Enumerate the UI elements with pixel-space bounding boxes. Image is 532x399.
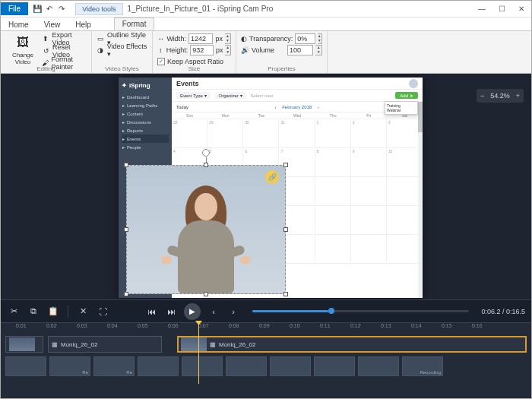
step-back-button[interactable]: ‹ [207,305,220,318]
transparency-spinner[interactable]: ▲▼ [318,33,322,44]
change-video-button[interactable]: 🖼 Change Video [5,33,40,68]
sidebar-item-content[interactable]: ▸Content [122,109,169,118]
next-frame-button[interactable]: ⏭ [164,305,178,318]
next-month-button[interactable]: › [318,105,319,109]
screen-track[interactable]: ReReRecording [1,355,531,378]
tab-view[interactable]: View [36,19,68,30]
scrollbar[interactable] [418,102,423,298]
save-icon[interactable]: 💾 [33,5,42,14]
step-forward-button[interactable]: › [226,305,240,318]
close-button[interactable]: ✕ [511,2,531,17]
calendar-cell[interactable] [387,177,423,206]
sidebar-item-learning-paths[interactable]: ▸Learning Paths [122,101,169,109]
playhead[interactable] [198,323,199,384]
track-thumbnail[interactable] [138,356,179,376]
keep-aspect-checkbox[interactable]: ✓ [157,58,165,65]
resize-handle-tr[interactable] [283,163,288,167]
calendar-cell[interactable] [315,235,351,264]
clip-a-label[interactable]: ▦ Moniq_26_02 [48,336,162,353]
resize-handle-br[interactable] [283,292,288,296]
prev-frame-button[interactable]: ⏮ [144,305,158,318]
transparency-input[interactable]: 0% [295,33,315,44]
calendar-cell[interactable]: 30 [243,119,279,148]
paste-button[interactable]: 📋 [46,305,60,318]
calendar-cell[interactable]: 1 [315,119,351,148]
tab-help[interactable]: Help [68,19,99,30]
calendar-cell[interactable]: 9 [351,148,387,177]
resize-handle-r[interactable] [283,227,288,232]
calendar-cell[interactable] [315,177,351,206]
video-track-1[interactable]: ▦ Moniq_26_02 ▦ Moniq_26_02 [1,334,531,355]
resize-handle-b[interactable] [204,292,208,296]
scroll-thumb[interactable] [418,102,423,132]
calendar-cell[interactable] [315,206,351,235]
track-thumbnail[interactable] [226,356,267,376]
resize-handle-bl[interactable] [124,292,128,296]
track-thumbnail[interactable]: Re [93,356,135,376]
calendar-cell[interactable]: 8 [315,148,351,177]
clip-b[interactable]: ▦ Moniq_26_02 [177,336,527,353]
organizer-filter[interactable]: Organizer ▾ [215,92,246,99]
calendar-cell[interactable]: 31 [279,119,315,148]
play-button[interactable]: ▶ [184,303,201,320]
calendar-cell[interactable] [351,235,387,264]
scrubber-knob[interactable] [328,308,334,314]
add-button[interactable]: Add ➤ Training Webinar [395,92,418,99]
sidebar-item-discussions[interactable]: ▸Discussions [122,118,169,126]
redo-icon[interactable]: ↷ [57,5,66,14]
track-thumbnail[interactable] [358,356,399,376]
prev-month-button[interactable]: ‹ [274,105,276,109]
calendar-cell[interactable] [351,177,387,206]
track-thumbnail[interactable]: Recording [402,356,443,376]
scrubber[interactable] [252,310,469,312]
zoom-out-button[interactable]: − [480,92,484,100]
width-spinner[interactable]: ▲▼ [225,33,231,44]
resize-handle-t[interactable] [204,163,208,167]
calendar-cell[interactable]: 10 [387,148,423,177]
calendar-cell[interactable] [351,206,387,235]
height-input[interactable]: 932 [190,45,214,55]
tab-home[interactable]: Home [1,19,36,30]
track-thumbnail[interactable] [182,356,223,376]
sidebar-item-events[interactable]: ▸Events [122,135,169,143]
dropdown-item-webinar[interactable]: Webinar [387,108,416,112]
copy-button[interactable]: ⧉ [27,305,40,318]
clip-a[interactable] [5,336,43,353]
resize-handle-l[interactable] [124,227,128,232]
delete-button[interactable]: ✕ [76,305,90,318]
sidebar-item-reports[interactable]: ▸Reports [122,126,169,135]
track-thumbnail[interactable]: Re [49,356,90,376]
zoom-in-button[interactable]: + [516,92,520,100]
tab-format[interactable]: Format [114,17,155,30]
contextual-tab-video-tools[interactable]: Video tools [75,3,122,15]
minimize-button[interactable]: — [472,2,492,17]
calendar-cell[interactable]: 28 [172,119,207,148]
pip-video-overlay[interactable]: 🔗 [126,165,286,294]
sidebar-item-dashboard[interactable]: ▸Dashboard [122,93,169,101]
today-button[interactable]: Today [176,105,188,109]
calendar-cell[interactable] [387,206,423,235]
calendar-cell[interactable] [387,235,423,264]
track-thumbnail[interactable] [270,356,311,376]
volume-input[interactable]: 100 [287,45,313,55]
rotate-handle[interactable] [202,149,210,157]
track-thumbnail[interactable] [5,356,46,376]
calendar-cell[interactable]: 29 [207,119,243,148]
file-tab[interactable]: File [1,2,28,15]
undo-icon[interactable]: ↶ [45,5,54,14]
volume-spinner[interactable]: ▲▼ [315,45,322,55]
calendar-cell[interactable]: 3 [387,119,423,148]
select-user-field[interactable]: Select user [251,93,274,98]
sidebar-item-people[interactable]: ▸People [122,143,169,151]
crop-button[interactable]: ⛶ [96,305,109,318]
maximize-button[interactable]: ☐ [492,2,511,17]
link-badge-icon[interactable]: 🔗 [265,170,279,184]
width-input[interactable]: 1242 [188,33,214,44]
height-spinner[interactable]: ▲▼ [225,45,231,55]
calendar-cell[interactable]: 2 [351,119,387,148]
event-type-filter[interactable]: Event Type ▾ [176,92,211,99]
timeline-ruler[interactable]: 0:010:020:030:040:050:060:070:080:090:10… [1,323,531,334]
resize-handle-tl[interactable] [124,163,128,167]
cut-button[interactable]: ✂ [7,305,21,318]
track-thumbnail[interactable] [314,356,355,376]
